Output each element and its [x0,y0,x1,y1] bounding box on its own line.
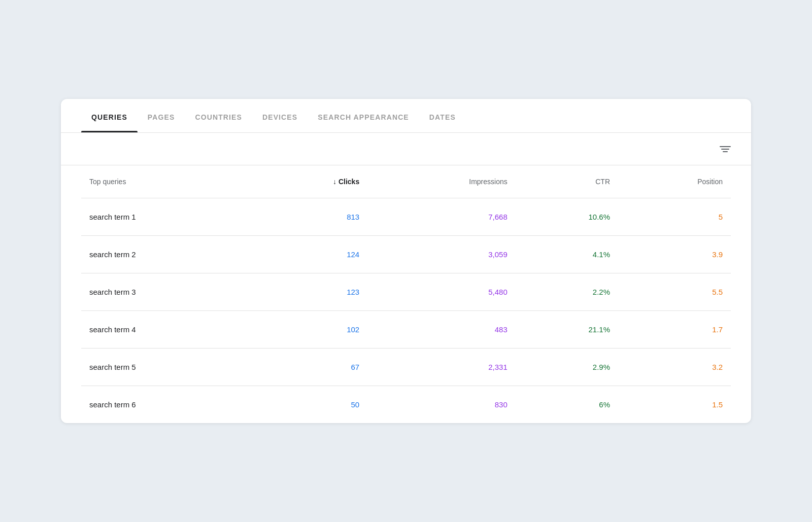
cell-impressions: 5,480 [367,273,516,311]
tab-dates[interactable]: DATES [419,99,466,132]
cell-position: 3.2 [618,349,731,386]
cell-query: search term 4 [81,311,252,349]
col-header-impressions[interactable]: Impressions [367,165,516,198]
tabs-nav: QUERIES PAGES COUNTRIES DEVICES SEARCH A… [61,99,751,133]
cell-position: 5.5 [618,273,731,311]
sort-arrow-icon: ↓ [333,178,336,186]
tab-devices[interactable]: DEVICES [252,99,308,132]
table-row: search term 6508306%1.5 [81,386,731,424]
cell-ctr: 10.6% [516,198,618,236]
cell-position: 5 [618,198,731,236]
cell-impressions: 7,668 [367,198,516,236]
tab-search-appearance[interactable]: SEARCH APPEARANCE [308,99,419,132]
table-row: search term 21243,0594.1%3.9 [81,236,731,273]
filter-button[interactable] [720,146,731,152]
cell-impressions: 483 [367,311,516,349]
cell-ctr: 2.2% [516,273,618,311]
cell-query: search term 5 [81,349,252,386]
table-row: search term 18137,66810.6%5 [81,198,731,236]
table-row: search term 410248321.1%1.7 [81,311,731,349]
tab-countries[interactable]: COUNTRIES [185,99,252,132]
table-row: search term 31235,4802.2%5.5 [81,273,731,311]
cell-ctr: 2.9% [516,349,618,386]
cell-query: search term 6 [81,386,252,424]
cell-impressions: 3,059 [367,236,516,273]
filter-bar [61,133,751,165]
main-card: QUERIES PAGES COUNTRIES DEVICES SEARCH A… [61,99,751,423]
filter-line-2 [721,149,729,150]
tab-pages[interactable]: PAGES [138,99,185,132]
cell-query: search term 1 [81,198,252,236]
cell-clicks: 123 [252,273,368,311]
tab-queries[interactable]: QUERIES [81,99,138,132]
cell-ctr: 4.1% [516,236,618,273]
data-table-container: Top queries ↓Clicks Impressions CTR Posi… [61,165,751,423]
cell-clicks: 813 [252,198,368,236]
col-header-position[interactable]: Position [618,165,731,198]
data-table: Top queries ↓Clicks Impressions CTR Posi… [81,165,731,423]
cell-query: search term 2 [81,236,252,273]
cell-clicks: 50 [252,386,368,424]
cell-position: 1.7 [618,311,731,349]
cell-clicks: 102 [252,311,368,349]
cell-query: search term 3 [81,273,252,311]
cell-ctr: 21.1% [516,311,618,349]
cell-position: 3.9 [618,236,731,273]
col-header-clicks[interactable]: ↓Clicks [252,165,368,198]
cell-clicks: 124 [252,236,368,273]
table-header-row: Top queries ↓Clicks Impressions CTR Posi… [81,165,731,198]
cell-impressions: 2,331 [367,349,516,386]
cell-clicks: 67 [252,349,368,386]
cell-impressions: 830 [367,386,516,424]
col-header-clicks-label: Clicks [339,178,359,186]
filter-line-1 [720,146,731,147]
col-header-query[interactable]: Top queries [81,165,252,198]
table-body: search term 18137,66810.6%5search term 2… [81,198,731,424]
cell-ctr: 6% [516,386,618,424]
col-header-ctr[interactable]: CTR [516,165,618,198]
table-row: search term 5672,3312.9%3.2 [81,349,731,386]
filter-line-3 [723,151,728,152]
cell-position: 1.5 [618,386,731,424]
